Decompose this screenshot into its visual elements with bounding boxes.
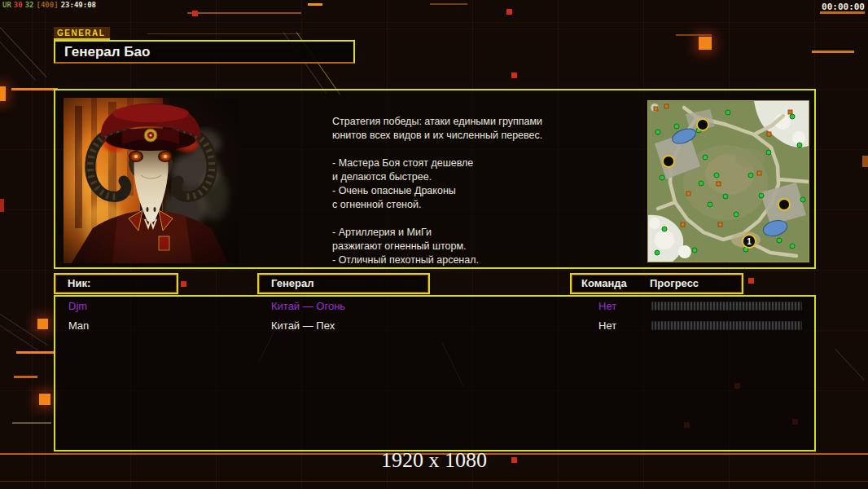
page-title-box: Генерал Бао: [54, 40, 355, 64]
column-header-team-progress: Команда Прогресс: [570, 273, 743, 294]
decor-square: [39, 394, 50, 405]
decor-dash: [147, 33, 300, 34]
decor-line: [0, 481, 868, 482]
status-segment: 32: [25, 1, 34, 9]
decor-dash: [820, 11, 865, 14]
status-segment: UR: [2, 1, 11, 9]
minimap-start-marker: 1: [747, 237, 752, 246]
decor-square: [699, 37, 712, 50]
strategy-description: Стратегия победы: атаки едиными группами…: [332, 115, 576, 267]
general-bao-portrait-image: [64, 98, 239, 263]
decor-dash: [11, 88, 58, 90]
status-clock: 23:49:08: [61, 1, 96, 9]
decor-dash: [430, 3, 467, 5]
player-row[interactable]: Djm Китай — Огонь Нет: [55, 298, 814, 315]
player-nick: Djm: [68, 298, 87, 315]
decor-dash: [12, 422, 51, 424]
players-list: Djm Китай — Огонь Нет Man Китай — Пех Не…: [54, 295, 816, 452]
decor-dash: [187, 12, 301, 14]
decor-square: [748, 278, 754, 284]
game-lobby-screen: UR3032[400]23:49:08 00:00:00 GENERAL Ген…: [0, 0, 868, 489]
tab-general[interactable]: GENERAL: [54, 27, 110, 40]
column-header-progress: Прогресс: [650, 275, 699, 293]
minimap-preview: 1: [647, 100, 809, 262]
column-header-team: Команда: [581, 275, 627, 293]
status-bar: UR3032[400]23:49:08: [2, 1, 99, 9]
column-header-general: Генерал: [257, 273, 430, 294]
decor-dash: [812, 51, 854, 53]
decor-square: [192, 11, 198, 16]
decor-square: [181, 281, 186, 287]
player-team: Нет: [598, 318, 616, 334]
decor-line: [835, 349, 865, 381]
decor-square: [0, 199, 4, 212]
resolution-label: 1920 x 1080: [0, 448, 868, 473]
decor-line: [0, 27, 47, 77]
decor-square: [506, 9, 512, 15]
column-header-nick: Ник:: [54, 273, 178, 294]
player-general: Китай — Огонь: [271, 298, 345, 315]
player-nick: Man: [68, 318, 89, 334]
decor-dash: [676, 34, 712, 36]
page-title: Генерал Бао: [64, 42, 150, 62]
decor-square: [862, 156, 868, 167]
decor-dash: [16, 351, 55, 354]
decor-line: [0, 325, 38, 350]
progress-bar: [651, 302, 802, 311]
decor-square: [511, 457, 517, 463]
status-segment: 30: [14, 1, 23, 9]
decor-square: [0, 86, 6, 101]
decor-square: [511, 73, 517, 78]
decor-dash: [14, 376, 37, 378]
player-team: Нет: [598, 298, 616, 315]
player-row[interactable]: Man Китай — Пех Нет: [55, 318, 814, 334]
decor-square: [37, 319, 48, 329]
general-info-panel: Стратегия победы: атаки едиными группами…: [54, 89, 816, 269]
status-segment: [400]: [37, 1, 59, 9]
decor-dash: [308, 3, 322, 6]
player-general: Китай — Пех: [271, 318, 335, 334]
progress-bar: [651, 321, 802, 330]
